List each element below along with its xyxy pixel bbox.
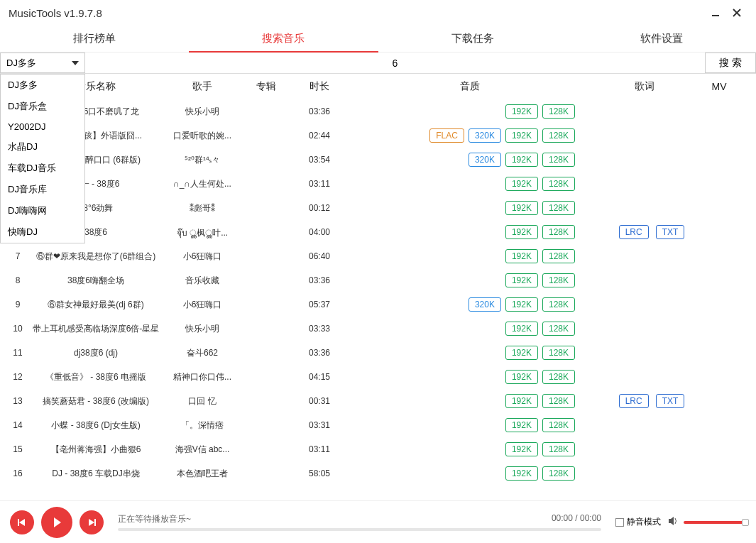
quality-badge[interactable]: 192K [505, 418, 538, 432]
quality-badge[interactable]: 128K [542, 297, 575, 312]
table-row[interactable]: 7 ⑥群❤原来我是想你了(6群组合) 小6狂嗨口 06:40 192K128K [0, 244, 756, 268]
quality-badge[interactable]: 320K [469, 128, 501, 143]
tab-download[interactable]: 下载任务 [378, 26, 567, 52]
prev-button[interactable] [10, 510, 34, 534]
search-input[interactable] [85, 53, 705, 73]
duration: 00:12 [291, 203, 348, 213]
quality-badge[interactable]: 128K [542, 442, 575, 456]
tab-search[interactable]: 搜索音乐 [189, 26, 378, 52]
lyric-badge[interactable]: TXT [656, 225, 685, 239]
quality-badge[interactable]: 128K [542, 418, 575, 432]
table-row[interactable]: 6 38度6 จุ๊บ ൢ枫ൢ叶... 04:00 192K128K LRCTX… [0, 220, 756, 244]
table-header: 音乐名称 歌手 专辑 时长 音质 歌词 MV [0, 74, 756, 99]
table-row[interactable]: 下的小女孩】外语版囧... 口爱听歌的婉... 02:44 FLAC320K19… [0, 124, 756, 148]
quality-badge[interactable]: 128K [542, 394, 575, 408]
row-number: 7 [7, 251, 28, 261]
quality-badge[interactable]: 192K [505, 370, 538, 384]
artist-name: 小6狂嗨口 [163, 299, 241, 311]
next-button[interactable] [80, 510, 104, 534]
artist-name: 「。深情痞 [163, 419, 241, 432]
now-playing-text: 正在等待播放音乐~ [118, 513, 191, 525]
volume-slider[interactable] [684, 521, 746, 524]
quality-badge[interactable]: 192K [505, 297, 538, 312]
quality-badge[interactable]: 128K [542, 322, 575, 336]
table-row[interactable]: 10 带上耳机感受高临场深度6倍-星星 快乐小明 03:33 192K128K [0, 317, 756, 341]
dropdown-option[interactable]: DJ多多 [1, 75, 84, 96]
dropdown-option[interactable]: DJ音乐库 [1, 179, 84, 200]
progress-bar[interactable] [118, 528, 601, 531]
song-name: ⑥群女神最好最美(dj 6群) [28, 299, 163, 311]
row-number: 8 [7, 275, 28, 285]
table-row[interactable]: 记将我灌醉口口 (6群版) ⁵²⁰群¹⁴ₛ々 03:54 320K192K128… [0, 148, 756, 172]
quality-badge[interactable]: 128K [542, 225, 575, 239]
dropdown-option[interactable]: DJ音乐盒 [1, 96, 84, 117]
quality-badge[interactable]: 128K [542, 201, 575, 215]
volume-icon[interactable] [668, 516, 679, 529]
quality-badge[interactable]: FLAC [429, 128, 464, 143]
dropdown-option[interactable]: 水晶DJ [1, 136, 84, 158]
quality-badge[interactable]: 192K [505, 225, 538, 239]
lyric-badge[interactable]: LRC [619, 225, 649, 239]
table-body[interactable]: 5倍38度6口不磨叽了龙 快乐小明 03:36 192K128K 下的小女孩】外… [0, 99, 756, 487]
table-row[interactable]: 11 dj38度6 (dj) 奋斗662 03:36 192K128K [0, 341, 756, 365]
quality-badge[interactable]: 192K [505, 128, 538, 143]
duration: 03:36 [291, 348, 348, 358]
table-row[interactable]: 8 38度6嗨翻全场 音乐收藏 03:36 192K128K [0, 268, 756, 292]
song-name: dj38度6 (dj) [28, 347, 163, 359]
quality-badge[interactable]: 128K [542, 249, 575, 263]
quality-badge[interactable]: 192K [505, 273, 538, 287]
lyric-badge[interactable]: TXT [656, 394, 685, 408]
quality-badge[interactable]: 192K [505, 177, 538, 191]
quality-badge[interactable]: 192K [505, 394, 538, 408]
table-row[interactable]: 曾一 - 38度6 ∩_∩人生何处... 03:11 192K128K [0, 172, 756, 196]
svg-marker-6 [89, 519, 94, 526]
quality-badge[interactable]: 320K [469, 153, 501, 167]
table-row[interactable]: 15 【亳州蒋海强】小曲狠6 海强V信 abc... 03:11 192K128… [0, 437, 756, 461]
quality-badge[interactable]: 192K [505, 201, 538, 215]
table-row[interactable]: 14 小蝶 - 38度6 (Dj女生版) 「。深情痞 03:31 192K128… [0, 413, 756, 437]
quality-badge[interactable]: 192K [505, 249, 538, 263]
table-row[interactable]: 5倍38度6口不磨叽了龙 快乐小明 03:36 192K128K [0, 99, 756, 124]
quality-badge[interactable]: 192K [505, 153, 538, 167]
mute-checkbox[interactable] [615, 518, 624, 527]
song-name: 小蝶 - 38度6 (Dj女生版) [28, 419, 163, 432]
lyric-badge[interactable]: LRC [619, 394, 649, 408]
play-button[interactable] [41, 507, 72, 538]
close-button[interactable] [726, 2, 747, 23]
table-row[interactable]: 16 DJ - 38度6 车载DJ串烧 本色酒吧王者 58:05 192K128… [0, 461, 756, 486]
quality-badge[interactable]: 320K [469, 297, 501, 312]
quality-badge[interactable]: 128K [542, 128, 575, 143]
quality-badge[interactable]: 128K [542, 466, 575, 481]
table-row[interactable]: 9 ⑥群女神最好最美(dj 6群) 小6狂嗨口 05:37 320K192K12… [0, 292, 756, 317]
quality-badge[interactable]: 128K [542, 346, 575, 360]
svg-marker-5 [54, 517, 61, 527]
minimize-button[interactable] [705, 2, 726, 23]
artist-name: 快乐小明 [163, 106, 241, 118]
dropdown-option[interactable]: Y2002DJ [1, 117, 84, 136]
table-row[interactable]: 13 搞笑蘑菇君 - 38度6 (改编版) 口回 忆 00:31 192K128… [0, 389, 756, 413]
dropdown-option[interactable]: 车载DJ音乐 [1, 158, 84, 179]
chevron-down-icon [72, 61, 79, 65]
quality-badge[interactable]: 192K [505, 322, 538, 336]
dropdown-option[interactable]: 快嗨DJ [1, 221, 84, 243]
quality-badge[interactable]: 192K [505, 442, 538, 456]
tab-rank[interactable]: 排行榜单 [0, 26, 189, 52]
table-row[interactable]: 12 《重低音》 - 38度6 电摇版 精神口你口伟... 04:15 192K… [0, 365, 756, 389]
header-album: 专辑 [241, 80, 291, 93]
dropdown-option[interactable]: DJ嗨嗨网 [1, 200, 84, 221]
quality-badge[interactable]: 128K [542, 177, 575, 191]
source-dropdown-menu: DJ多多DJ音乐盒Y2002DJ水晶DJ车载DJ音乐DJ音乐库DJ嗨嗨网快嗨DJ [0, 74, 85, 243]
table-row[interactable]: 38°6劲舞 ⁑彪哥⁑ 00:12 192K128K [0, 196, 756, 220]
quality-badge[interactable]: 192K [505, 346, 538, 360]
tab-settings[interactable]: 软件设置 [567, 26, 756, 52]
quality-badge[interactable]: 128K [542, 370, 575, 384]
artist-name: 音乐收藏 [163, 275, 241, 287]
quality-badge[interactable]: 128K [542, 153, 575, 167]
quality-badge[interactable]: 128K [542, 273, 575, 287]
row-number: 12 [7, 372, 28, 382]
quality-badge[interactable]: 192K [505, 104, 538, 119]
quality-badge[interactable]: 128K [542, 104, 575, 119]
source-dropdown[interactable]: DJ多多 [0, 53, 85, 73]
search-button[interactable]: 搜 索 [705, 53, 756, 73]
quality-badge[interactable]: 192K [505, 466, 538, 481]
